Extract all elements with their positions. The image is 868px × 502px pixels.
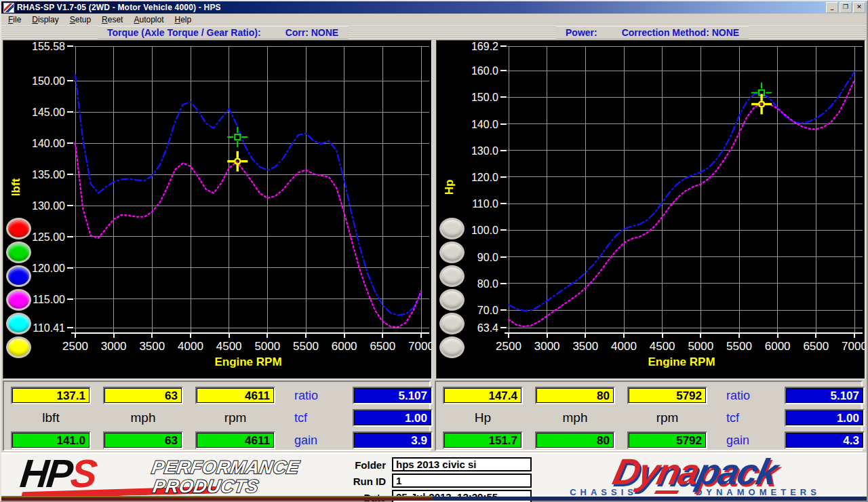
svg-text:169.2: 169.2 (471, 41, 498, 52)
svg-text:100.0: 100.0 (471, 225, 498, 236)
svg-text:110.41: 110.41 (33, 322, 65, 334)
plot-select-button-left-5[interactable] (6, 313, 31, 334)
svg-text:3500: 3500 (139, 340, 165, 353)
menu-bar: File Display Setup Reset Autoplot Help (1, 14, 867, 26)
svg-text:3500: 3500 (572, 340, 598, 353)
svg-text:3000: 3000 (534, 340, 560, 353)
run-id-input[interactable] (392, 474, 532, 488)
tcf-label-left: tcf (288, 411, 340, 425)
svg-text:90.0: 90.0 (477, 252, 498, 263)
svg-text:130.0: 130.0 (471, 145, 498, 157)
svg-text:2500: 2500 (62, 340, 88, 353)
svg-text:63.4: 63.4 (477, 322, 498, 334)
ratio-label-right: ratio (719, 389, 772, 403)
tcf-value-right: 1.00 (785, 409, 865, 427)
svg-text:4000: 4000 (611, 340, 637, 353)
svg-text:6000: 6000 (765, 340, 791, 353)
torque-chart[interactable]: 155.58150.00145.00140.00135.00130.00125.… (3, 41, 431, 377)
svg-text:4000: 4000 (178, 340, 203, 353)
plot-select-button-left-4[interactable] (6, 289, 31, 311)
footer-stripe-right (433, 497, 867, 501)
plot-select-button-right-4[interactable] (439, 289, 465, 311)
plot-select-button-right-2[interactable] (439, 242, 465, 263)
plot-select-button-right-3[interactable] (439, 265, 465, 287)
svg-text:3000: 3000 (101, 340, 127, 353)
dynapack-dash (654, 490, 679, 494)
torque-cursor2-value: 141.0 (11, 431, 91, 449)
axes (500, 46, 863, 338)
svg-text:4500: 4500 (650, 340, 675, 353)
footer-bar: HPS ® PERFORMANCE PRODUCTS Folder Run ID… (1, 452, 867, 501)
app-icon (3, 3, 14, 13)
svg-text:140.00: 140.00 (32, 138, 65, 149)
footer-stripe-left (1, 496, 435, 501)
hps-logo-word: HPS (18, 454, 97, 493)
svg-text:6500: 6500 (370, 340, 395, 353)
torque-readout-panel: 137.1 63 4611 ratio 5.107 lbft mph rpm t… (3, 381, 431, 451)
svg-text:7000: 7000 (408, 340, 431, 353)
svg-text:2500: 2500 (496, 340, 521, 353)
torque-chart-header: Torque (Axle Torque / Gear Ratio): Corr:… (98, 26, 348, 39)
speed-cursor1-value-right: 80 (535, 387, 615, 404)
svg-text:160.0: 160.0 (471, 65, 498, 77)
svg-text:5500: 5500 (726, 340, 752, 353)
torque-chart-panel: 155.58150.00145.00140.00135.00130.00125.… (3, 40, 432, 379)
tcf-label-right: tcf (719, 411, 772, 425)
svg-text:5500: 5500 (293, 340, 319, 353)
app-window: RHAS-SP V1.7-05 (2WD - Motor Vehicle 400… (0, 0, 868, 502)
svg-text:125.00: 125.00 (32, 231, 65, 243)
dynapack-word-pack: pack (694, 451, 781, 492)
close-button[interactable]: ✕ (853, 2, 865, 13)
plot-select-button-right-1[interactable] (439, 218, 465, 239)
svg-text:110.0: 110.0 (472, 198, 498, 210)
power-chart-panel: 169.2160.0150.0140.0130.0120.0110.0100.0… (436, 40, 865, 379)
folder-label: Folder (342, 457, 392, 471)
plot-select-button-left-2[interactable] (6, 242, 31, 263)
menu-item-file[interactable]: File (3, 14, 26, 25)
cursor-circle[interactable] (227, 151, 248, 172)
power-readout-panel: 147.4 80 5792 ratio 5.107 Hp mph rpm tcf… (435, 381, 863, 451)
svg-text:6500: 6500 (803, 340, 829, 353)
rpm-cursor2-value-right: 5792 (627, 431, 707, 449)
plot-select-button-right-5[interactable] (439, 313, 465, 334)
rpm-cursor1-value-right: 5792 (627, 387, 707, 404)
grid-lines (507, 46, 863, 333)
power-run-1-curve (509, 80, 854, 327)
speed-unit-label-right: mph (535, 410, 615, 425)
plot-select-button-left-3[interactable] (6, 265, 31, 287)
y-axis-title: Hp (443, 180, 456, 195)
power-chart-title: Power: (566, 27, 597, 39)
menu-item-reset[interactable]: Reset (96, 14, 128, 25)
gain-label-left: gain (288, 433, 340, 448)
power-correction-label: Correction Method: NONE (622, 27, 739, 39)
svg-text:4500: 4500 (216, 340, 242, 353)
rpm-cursor2-value-left: 4611 (195, 431, 275, 449)
speed-cursor2-value-left: 63 (103, 431, 183, 449)
plot-select-button-right-6[interactable] (439, 336, 465, 358)
menu-item-display[interactable]: Display (26, 14, 64, 25)
plot-select-button-left-6[interactable] (6, 336, 31, 358)
power-chart-header: Power: Correction Method: NONE (556, 26, 749, 39)
menu-item-help[interactable]: Help (170, 14, 197, 25)
x-axis-title: Engine RPM (214, 355, 281, 368)
svg-text:150.0: 150.0 (471, 92, 498, 103)
title-bar[interactable]: RHAS-SP V1.7-05 (2WD - Motor Vehicle 400… (1, 1, 867, 14)
minimize-button[interactable]: _ (826, 2, 838, 13)
rpm-unit-label-left: rpm (195, 410, 275, 425)
restore-button[interactable]: ❐ (840, 2, 852, 13)
power-chart[interactable]: 169.2160.0150.0140.0130.0120.0110.0100.0… (437, 41, 865, 377)
hps-logo-s: S (68, 451, 98, 495)
axis-tick-labels: 155.58150.00145.00140.00135.00130.00125.… (9, 41, 431, 368)
svg-text:120.00: 120.00 (32, 263, 65, 274)
run-id-label: Run ID (342, 474, 392, 488)
menu-item-autoplot[interactable]: Autoplot (128, 14, 169, 25)
plot-select-button-left-1[interactable] (6, 218, 31, 239)
ratio-label-left: ratio (288, 389, 340, 403)
svg-text:115.00: 115.00 (33, 294, 65, 305)
menu-item-setup[interactable]: Setup (64, 14, 96, 25)
gain-value-left: 3.9 (353, 431, 433, 449)
folder-input[interactable] (392, 457, 532, 471)
rpm-unit-label-right: rpm (627, 410, 707, 425)
dynapack-logo-word: Dynapack (530, 454, 860, 489)
gain-value-right: 4.3 (785, 431, 865, 449)
